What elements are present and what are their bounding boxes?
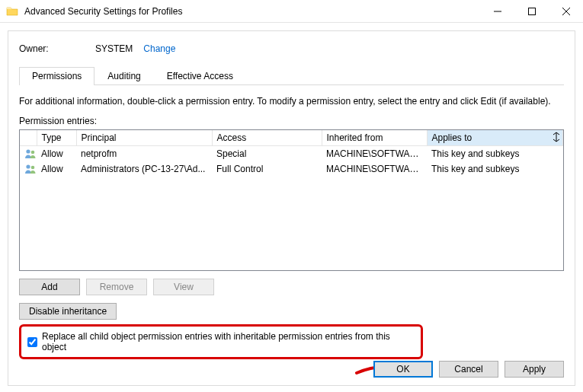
tab-permissions[interactable]: Permissions [19, 67, 94, 85]
svg-rect-0 [528, 8, 535, 14]
tab-auditing[interactable]: Auditing [94, 67, 153, 85]
cell-inherited: MACHINE\SOFTWARE... [322, 161, 427, 177]
column-header-principal[interactable]: Principal [76, 130, 212, 146]
remove-button[interactable]: Remove [86, 279, 147, 295]
permission-entries-list[interactable]: Type Principal Access Inherited from App… [19, 129, 564, 271]
entry-buttons-row: Add Remove View [19, 279, 564, 295]
add-button[interactable]: Add [19, 279, 80, 295]
disable-inheritance-button[interactable]: Disable inheritance [19, 303, 117, 320]
cell-principal: Administrators (PC-13-27\Ad... [76, 161, 212, 177]
column-header-type[interactable]: Type [37, 130, 76, 146]
svg-point-4 [31, 166, 35, 170]
column-header-access[interactable]: Access [212, 130, 322, 146]
maximize-button[interactable] [514, 0, 549, 23]
owner-change-link[interactable]: Change [143, 43, 175, 54]
minimize-button[interactable] [480, 0, 514, 23]
tab-strip: Permissions Auditing Effective Access [19, 66, 564, 85]
owner-value: SYSTEM [95, 43, 133, 54]
ok-button[interactable]: OK [373, 361, 433, 378]
tab-effective-access[interactable]: Effective Access [154, 67, 246, 85]
cell-access: Special [212, 146, 322, 162]
folder-icon [6, 5, 18, 18]
close-button[interactable] [549, 0, 583, 23]
apply-button[interactable]: Apply [505, 361, 564, 378]
replace-child-entries-label[interactable]: Replace all child object permission entr… [42, 331, 415, 352]
replace-child-entries-checkbox[interactable] [27, 337, 37, 347]
column-header-applies[interactable]: Applies to [427, 130, 563, 146]
users-icon [20, 161, 37, 177]
list-label: Permission entries: [19, 116, 564, 126]
column-header-inherited[interactable]: Inherited from [322, 130, 427, 146]
cell-access: Full Control [212, 161, 322, 177]
column-header-row: Type Principal Access Inherited from App… [20, 130, 563, 146]
owner-row: Owner: SYSTEM Change [19, 43, 564, 54]
replace-child-entries-highlight: Replace all child object permission entr… [19, 324, 423, 359]
dialog-buttons: OK Cancel Apply [373, 361, 564, 378]
view-button[interactable]: View [153, 279, 214, 295]
titlebar: Advanced Security Settings for Profiles [0, 0, 583, 23]
window-title: Advanced Security Settings for Profiles [24, 6, 480, 17]
cell-type: Allow [37, 146, 76, 162]
info-text: For additional information, double-click… [19, 96, 564, 107]
svg-point-3 [26, 164, 30, 168]
cell-applies: This key and subkeys [427, 146, 563, 162]
svg-point-2 [31, 151, 35, 155]
cell-type: Allow [37, 161, 76, 177]
column-header-blank[interactable] [20, 130, 37, 146]
cell-applies: This key and subkeys [427, 161, 563, 177]
table-row[interactable]: AllownetprofmSpecialMACHINE\SOFTWARE...T… [20, 146, 563, 162]
cancel-button[interactable]: Cancel [439, 361, 498, 378]
svg-point-1 [26, 149, 30, 153]
table-row[interactable]: AllowAdministrators (PC-13-27\Ad...Full … [20, 161, 563, 177]
cell-principal: netprofm [76, 146, 212, 162]
owner-label: Owner: [19, 43, 95, 54]
main-panel: Owner: SYSTEM Change Permissions Auditin… [8, 30, 575, 386]
cell-inherited: MACHINE\SOFTWARE... [322, 146, 427, 162]
users-icon [20, 146, 37, 162]
